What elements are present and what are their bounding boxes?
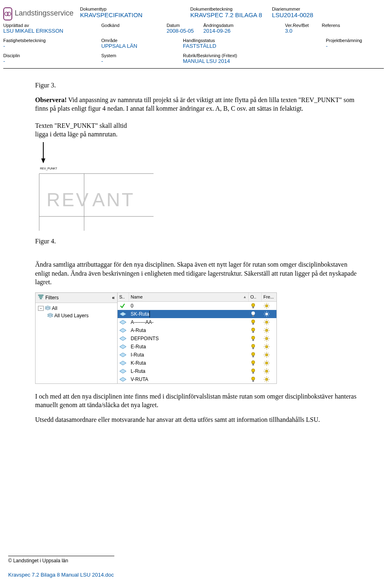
handling-value: FASTSTÄLLD — [183, 43, 326, 49]
col-on[interactable]: O.. — [249, 293, 262, 301]
sun-icon[interactable] — [262, 310, 276, 318]
layer-row[interactable]: 0 — [118, 302, 276, 310]
para3-text: I och med att den nya disciplinen inte f… — [35, 392, 363, 410]
meta-row-2: Upprättad av LSU MIKAEL ERIKSSON Godkänd… — [3, 23, 384, 34]
svg-line-59 — [268, 332, 269, 332]
lightbulb-icon[interactable] — [249, 351, 262, 359]
filters-pane: Filters « − All — [36, 293, 118, 383]
svg-line-108 — [265, 364, 265, 365]
sun-icon[interactable] — [262, 334, 276, 343]
brand-logo — [3, 7, 12, 20]
omrade-value: UPPSALA LÄN — [101, 43, 183, 49]
sun-icon[interactable] — [262, 343, 276, 351]
svg-marker-38 — [120, 320, 126, 324]
revpunkt-diagram: Texten "REV_PUNKT" skall alltid ligga i … — [35, 121, 363, 233]
layer-row[interactable]: K-Ruta — [118, 359, 276, 367]
sun-icon[interactable] — [262, 351, 276, 359]
svg-line-118 — [265, 369, 265, 370]
layer-row[interactable]: SK-Ruta — [118, 310, 276, 318]
disciplin-value: - — [3, 58, 101, 64]
svg-line-109 — [268, 361, 269, 362]
svg-rect-10 — [40, 298, 42, 299]
layer-rows: 0SK-RutaA-------AA-A-RutaDEFPOINTSE-Ruta… — [118, 302, 276, 383]
layer-row[interactable]: DEFPOINTS — [118, 334, 276, 343]
lightbulb-icon[interactable] — [249, 334, 262, 343]
svg-rect-76 — [252, 348, 254, 349]
sun-icon[interactable] — [262, 326, 276, 334]
layer-row[interactable]: A-------AA- — [118, 318, 276, 326]
layer-row[interactable]: E-Ruta — [118, 343, 276, 351]
meta-row-1: Dokumenttyp KRAVSPECIFIKATION Dokumentbe… — [80, 7, 392, 18]
projekt-label: Projektbenämning — [326, 38, 375, 43]
doc-header: Landstingsservice Dokumenttyp KRAVSPECIF… — [3, 7, 384, 20]
filter-all-used-label: All Used Layers — [54, 312, 89, 319]
omrade-label: Område — [101, 38, 183, 43]
svg-line-133 — [268, 377, 269, 378]
fastighet-value: - — [3, 43, 101, 49]
layer-row[interactable]: L-Ruta — [118, 367, 276, 375]
layer-name: I-Ruta — [129, 351, 249, 359]
para1-text: Vid anpassning av namnruta till projekt … — [35, 96, 354, 112]
layers-list-pane: S.. Name▲ O.. Fre... 0SK-RutaA-------AA-… — [118, 293, 276, 383]
verrev-value: 3.0 — [285, 28, 322, 34]
sort-asc-icon: ▲ — [243, 294, 247, 299]
svg-rect-64 — [252, 339, 254, 341]
svg-line-49 — [268, 320, 269, 321]
svg-point-111 — [252, 369, 255, 372]
svg-line-24 — [265, 307, 265, 308]
svg-line-119 — [268, 372, 269, 373]
svg-line-131 — [268, 381, 269, 381]
svg-line-73 — [268, 336, 269, 337]
lightbulb-icon[interactable] — [249, 302, 262, 310]
layer-row[interactable]: V-RUTA — [118, 375, 276, 383]
datum-label: Datum — [167, 23, 203, 28]
svg-point-17 — [265, 305, 268, 307]
content: Figur 3. Observera! Vid anpassning av na… — [35, 81, 363, 424]
system-value: - — [101, 58, 183, 64]
lightbulb-icon[interactable] — [249, 343, 262, 351]
svg-point-75 — [252, 344, 255, 348]
svg-point-89 — [265, 354, 268, 356]
lightbulb-icon[interactable] — [249, 359, 262, 367]
svg-line-97 — [268, 353, 269, 354]
ant-word: ANT — [92, 189, 135, 210]
rev-word: REV — [47, 189, 90, 210]
svg-line-35 — [268, 315, 269, 316]
filter-all[interactable]: − All — [38, 305, 115, 312]
lightbulb-icon[interactable] — [249, 367, 262, 375]
layer-row[interactable]: A-Ruta — [118, 326, 276, 334]
header-rule — [3, 68, 384, 69]
filter-all-used[interactable]: All Used Layers — [38, 312, 115, 319]
layer-name: V-RUTA — [129, 375, 249, 383]
col-status[interactable]: S.. — [118, 293, 129, 301]
svg-line-83 — [268, 348, 269, 349]
layer-name: E-Ruta — [129, 343, 249, 351]
lightbulb-icon[interactable] — [249, 318, 262, 326]
svg-marker-62 — [120, 336, 126, 341]
sun-icon[interactable] — [262, 367, 276, 375]
diagram-text-1: Texten "REV_PUNKT" skall alltid — [35, 121, 363, 130]
sun-icon[interactable] — [262, 302, 276, 310]
svg-point-101 — [265, 362, 268, 364]
revpunkt-label-text: REV_PUNKT — [40, 167, 58, 170]
svg-line-82 — [265, 345, 265, 345]
sun-icon[interactable] — [262, 318, 276, 326]
sun-icon[interactable] — [262, 375, 276, 383]
layer-name: DEFPOINTS — [129, 334, 249, 343]
rubrik-label: Rubrik/Beskrivning (Fritext) — [183, 53, 326, 58]
filter-all-label: All — [52, 305, 57, 312]
svg-rect-40 — [252, 323, 254, 325]
col-freeze[interactable]: Fre... — [262, 293, 276, 301]
collapse-button[interactable]: « — [112, 294, 115, 301]
col-name[interactable]: Name▲ — [129, 293, 249, 301]
projekt-value: - — [326, 43, 375, 49]
svg-line-107 — [268, 364, 269, 365]
dokumenttyp-value: KRAVSPECIFIKATION — [80, 11, 190, 18]
lightbulb-icon[interactable] — [249, 310, 262, 318]
sun-icon[interactable] — [262, 359, 276, 367]
lightbulb-icon[interactable] — [249, 326, 262, 334]
andringsdatum-value: 2014-09-26 — [203, 28, 285, 34]
svg-marker-110 — [120, 369, 126, 373]
layer-row[interactable]: I-Ruta — [118, 351, 276, 359]
lightbulb-icon[interactable] — [249, 375, 262, 383]
